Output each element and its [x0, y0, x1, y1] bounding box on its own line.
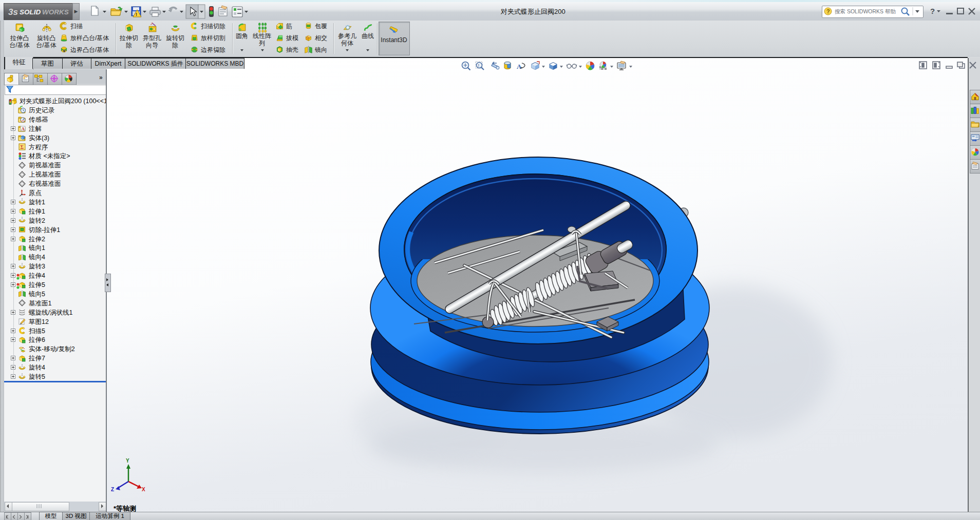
svg-text:SOLID: SOLID	[20, 8, 41, 16]
svg-text:WORKS: WORKS	[42, 8, 69, 16]
svg-text:*等轴测: *等轴测	[114, 505, 136, 512]
svg-text:搜索 SOLIDWORKS 帮助: 搜索 SOLIDWORKS 帮助	[835, 8, 896, 14]
svg-text:?: ?	[826, 8, 830, 14]
svg-text:Z: Z	[111, 487, 114, 492]
svg-text:Y: Y	[126, 458, 129, 464]
svg-text:X: X	[142, 487, 145, 492]
svg-text:!: !	[136, 12, 137, 17]
svg-text:3s: 3s	[8, 7, 18, 17]
svg-text:A: A	[22, 126, 25, 131]
svg-text:Σ: Σ	[21, 144, 24, 150]
svg-text:?: ?	[930, 7, 935, 15]
